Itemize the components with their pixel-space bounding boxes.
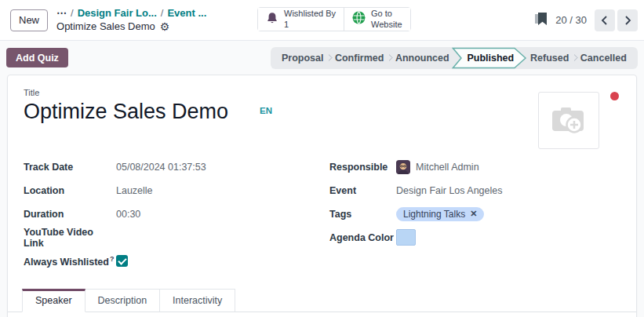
tag-label: Lightning Talks [403, 209, 465, 220]
location-value[interactable]: Lauzelle [116, 185, 153, 196]
track-date-value[interactable]: 05/08/2024 01:37:53 [116, 162, 206, 173]
status-proposal[interactable]: Proposal [282, 53, 324, 64]
field-youtube-link: YouTube Video Link [24, 226, 329, 250]
field-label: Event [329, 185, 396, 196]
breadcrumb-link-event-parent[interactable]: Design Fair Lo... [78, 7, 157, 20]
add-quiz-button[interactable]: Add Quiz [6, 48, 68, 67]
field-label: Track Date [24, 162, 116, 173]
kanban-state-dot[interactable] [610, 92, 619, 100]
field-label: Always Wishlisted? [24, 255, 116, 268]
breadcrumb: ⋯ / Design Fair Lo... / Event ... Optimi… [56, 7, 206, 33]
field-label: Location [24, 185, 116, 196]
status-pipeline: Proposal Confirmed Announced Published R… [271, 47, 638, 69]
field-label: Duration [24, 209, 116, 220]
wishlisted-by-label: Wishlisted By [284, 9, 336, 19]
status-published-label: Published [467, 53, 514, 64]
notebook-tabs: Speaker Description Interactivity [8, 289, 636, 312]
wishlisted-by-button[interactable]: Wishlisted By 1 [258, 8, 344, 31]
event-value[interactable]: Design Fair Los Angeles [396, 185, 503, 196]
responsible-avatar [396, 160, 410, 174]
field-duration: Duration 00:30 [24, 202, 329, 226]
field-label: YouTube Video Link [24, 227, 116, 249]
new-button[interactable]: New [10, 9, 48, 31]
field-responsible: Responsible Mitchell Admin [329, 155, 628, 179]
go-to-website-button[interactable]: Go to Website [344, 8, 410, 31]
tag-lightning-talks[interactable]: Lightning Talks ✕ [396, 207, 484, 221]
title-field-label: Title [24, 88, 620, 97]
track-title-input[interactable]: Optimize Sales Demo [24, 99, 228, 126]
chevron-right-icon [326, 54, 333, 62]
field-tags: Tags Lightning Talks ✕ [329, 202, 628, 226]
globe-icon [352, 11, 366, 27]
tab-description[interactable]: Description [86, 289, 161, 312]
language-badge[interactable]: EN [260, 106, 272, 115]
status-cancelled[interactable]: Cancelled [580, 53, 627, 64]
breadcrumb-current-record: Optimize Sales Demo [56, 20, 155, 33]
duration-value[interactable]: 00:30 [116, 209, 140, 220]
field-event: Event Design Fair Los Angeles [329, 179, 628, 202]
field-location: Location Lauzelle [24, 179, 329, 202]
status-confirmed[interactable]: Confirmed [335, 53, 384, 64]
field-label: Tags [329, 209, 396, 220]
field-label: Responsible [329, 162, 396, 173]
bell-icon [266, 12, 278, 27]
chevron-right-icon [386, 54, 394, 62]
form-sheet: Title Optimize Sales Demo EN Track Date … [7, 75, 637, 317]
tab-interactivity[interactable]: Interactivity [160, 289, 235, 312]
breadcrumb-separator: / [71, 7, 74, 20]
navbar-right-group: 20 / 30 [534, 9, 638, 31]
breadcrumb-ellipsis-icon[interactable]: ⋯ [56, 7, 67, 20]
field-track-date: Track Date 05/08/2024 01:37:53 [24, 155, 329, 179]
field-always-wishlisted: Always Wishlisted? [24, 250, 329, 273]
always-wishlisted-checkbox[interactable] [116, 255, 128, 267]
chevron-right-icon [571, 54, 579, 62]
status-published-active[interactable]: Published [452, 47, 527, 69]
agenda-color-swatch[interactable] [396, 229, 416, 246]
wishlisted-by-count: 1 [284, 20, 336, 30]
status-announced[interactable]: Announced [395, 53, 449, 64]
tag-remove-icon[interactable]: ✕ [470, 209, 477, 219]
responsible-value[interactable]: Mitchell Admin [416, 162, 479, 173]
field-grid: Track Date 05/08/2024 01:37:53 Location … [8, 155, 636, 273]
bookmark-icon[interactable] [534, 12, 548, 29]
status-refused[interactable]: Refused [530, 53, 569, 64]
website-label: Website [371, 20, 402, 30]
pager-previous-button[interactable] [595, 9, 615, 31]
field-agenda-color: Agenda Color [329, 226, 628, 250]
tab-speaker[interactable]: Speaker [22, 289, 86, 312]
stat-button-box: Wishlisted By 1 Go to Website [257, 7, 411, 31]
help-tooltip-icon[interactable]: ? [110, 255, 115, 263]
form-action-bar: Add Quiz Proposal Confirmed Announced Pu… [0, 41, 644, 75]
top-navbar: New ⋯ / Design Fair Lo... / Event ... Op… [0, 0, 644, 41]
pager-counter: 20 / 30 [555, 14, 587, 26]
camera-plus-icon [551, 104, 587, 138]
pager-next-button[interactable] [617, 9, 638, 31]
breadcrumb-link-event-tracks[interactable]: Event ... [167, 7, 206, 20]
go-to-label: Go to [371, 9, 402, 19]
breadcrumb-separator: / [161, 7, 164, 20]
gear-icon[interactable]: ⚙ [160, 21, 170, 32]
field-label: Agenda Color [329, 232, 396, 243]
image-upload-placeholder[interactable] [538, 92, 599, 149]
